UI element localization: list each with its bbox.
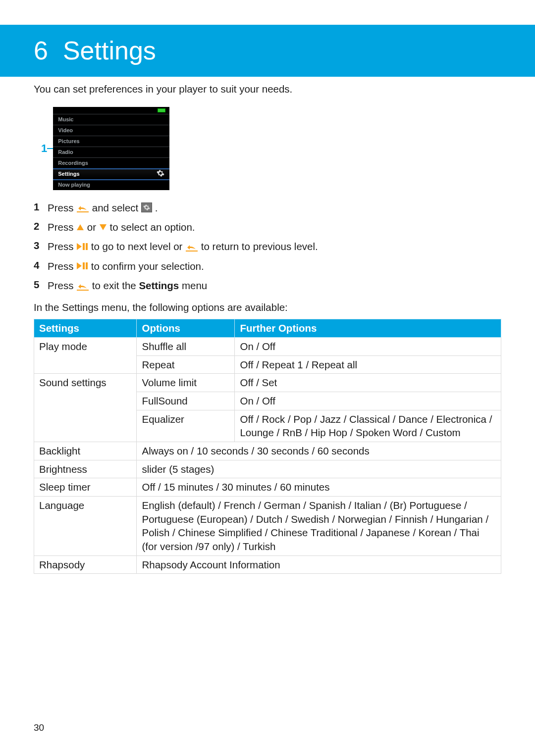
row-sound-volume: Sound settings Volume limit Off / Set	[34, 374, 501, 392]
svg-rect-4	[86, 243, 88, 250]
up-icon	[76, 222, 84, 233]
menu-row-settings: Settings	[53, 168, 169, 179]
row-backlight: Backlight Always on / 10 seconds / 30 se…	[34, 442, 501, 460]
col-settings: Settings	[34, 319, 137, 338]
svg-marker-5	[77, 262, 82, 269]
step-3: 3 Press to go to next level or to return…	[34, 239, 501, 253]
col-further: Further Options	[235, 319, 501, 338]
steps-list: 1 Press and select . 2 Press	[34, 200, 501, 293]
menu-row-music: Music	[53, 114, 169, 125]
page-number: 30	[34, 721, 44, 734]
chapter-banner: 6 Settings	[0, 25, 535, 77]
settings-box-icon	[141, 202, 152, 212]
table-preface: In the Settings menu, the following opti…	[34, 301, 501, 314]
menu-row-now-playing: Now playing	[53, 179, 169, 190]
step-4: 4 Press to confirm your selection.	[34, 258, 501, 273]
device-screenshot: 1 Music Video Pictures Radio Recordings …	[41, 107, 501, 190]
svg-rect-7	[86, 262, 88, 269]
svg-marker-1	[100, 224, 107, 230]
back-icon	[185, 241, 198, 252]
back-icon	[76, 202, 89, 213]
intro-text: You can set preferences in your player t…	[34, 82, 501, 96]
settings-table: Settings Options Further Options Play mo…	[34, 319, 501, 574]
svg-marker-0	[77, 224, 84, 230]
row-language: Language English (default) / French / Ge…	[34, 497, 501, 556]
chapter-title: Settings	[63, 33, 156, 68]
down-icon	[99, 222, 107, 233]
gear-icon	[157, 169, 164, 179]
device-screen: Music Video Pictures Radio Recordings Se…	[53, 107, 169, 190]
callout-line	[47, 148, 53, 149]
svg-rect-6	[83, 262, 85, 269]
callout-number: 1	[41, 141, 47, 156]
playpause-icon	[76, 241, 88, 252]
row-playmode-shuffle: Play mode Shuffle all On / Off	[34, 338, 501, 356]
chapter-number: 6	[34, 33, 48, 68]
battery-icon	[158, 108, 165, 112]
col-options: Options	[137, 319, 235, 338]
manual-page: 6 Settings You can set preferences in yo…	[0, 0, 535, 756]
device-statusbar	[53, 107, 169, 114]
menu-row-radio: Radio	[53, 147, 169, 157]
row-brightness: Brightness slider (5 stages)	[34, 460, 501, 478]
menu-row-recordings: Recordings	[53, 157, 169, 168]
menu-row-video: Video	[53, 125, 169, 136]
step-5: 5 Press to exit the Settings menu	[34, 278, 501, 292]
playpause-icon	[76, 260, 88, 271]
svg-rect-3	[83, 243, 85, 250]
step-1: 1 Press and select .	[34, 200, 501, 214]
row-rhapsody: Rhapsody Rhapsody Account Information	[34, 555, 501, 574]
svg-marker-2	[77, 243, 82, 250]
menu-row-pictures: Pictures	[53, 136, 169, 147]
step-2: 2 Press or to select an option.	[34, 219, 501, 234]
row-sleep: Sleep timer Off / 15 minutes / 30 minute…	[34, 478, 501, 497]
back-icon	[76, 280, 89, 291]
